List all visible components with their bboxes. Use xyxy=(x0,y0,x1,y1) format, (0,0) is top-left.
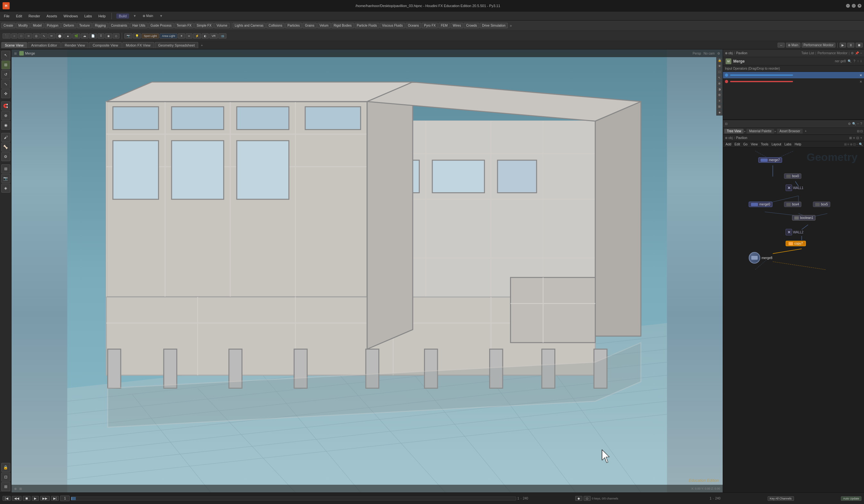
node-copy7[interactable]: copy7 xyxy=(785,241,806,246)
transport-stop[interactable]: ⏹ xyxy=(23,496,31,501)
tool-soft[interactable]: ◉ xyxy=(1,121,10,130)
toolbar-particle-fluids[interactable]: Particle Fluids xyxy=(355,23,379,28)
tool-handle[interactable]: ✜ xyxy=(1,89,10,98)
transport-prev[interactable]: ◀◀ xyxy=(12,496,22,501)
params-perf-monitor[interactable]: Performance Monitor xyxy=(817,51,847,55)
vp-icon-snap[interactable]: ⊕ xyxy=(717,81,722,86)
transport-next[interactable]: ▶▶ xyxy=(40,496,50,501)
viewport-settings-icon[interactable]: ⚙ xyxy=(717,52,720,55)
ng-tool-tools[interactable]: Tools xyxy=(760,143,770,146)
tool-infinite-light[interactable]: ∞ xyxy=(185,33,192,38)
ng-tool-edit[interactable]: Edit xyxy=(733,143,741,146)
vp-icon-util3[interactable]: ⊞ xyxy=(717,104,722,109)
tool-view-options[interactable]: ◈ xyxy=(1,184,10,193)
toolbar-particles[interactable]: Particles xyxy=(285,23,302,28)
ng-collapse[interactable]: ⊟ xyxy=(725,122,728,125)
tool-camera[interactable]: 📷 xyxy=(124,33,132,38)
merge-search-icon[interactable]: 🔍 xyxy=(848,59,851,63)
maximize-button[interactable]: □ xyxy=(852,4,856,8)
node-canvas[interactable]: Geometry xyxy=(723,148,864,492)
toolbar-simple-fx[interactable]: Simple FX xyxy=(194,23,214,28)
build-dropdown[interactable]: ▼ xyxy=(133,14,136,18)
tab-render-view[interactable]: Render View xyxy=(61,42,89,48)
tool-tube[interactable]: ⊃ xyxy=(25,33,32,38)
tool-scale[interactable]: ⤡ xyxy=(1,79,10,89)
tool-grid[interactable]: ⊞ xyxy=(1,164,10,173)
keyframe-add[interactable]: ◆ xyxy=(575,496,582,501)
menu-labs[interactable]: Labs xyxy=(83,13,93,19)
toolbar-rigid-bodies[interactable]: Rigid Bodies xyxy=(332,23,354,28)
range-end[interactable]: 240 xyxy=(715,496,720,500)
timeline-track[interactable] xyxy=(71,496,516,501)
tool-ambient-light[interactable]: ◐ xyxy=(202,33,209,38)
params-collapse[interactable]: − xyxy=(860,51,862,55)
tool-camera2[interactable]: 📹 xyxy=(218,33,226,38)
tool-point-light[interactable]: 💡 xyxy=(133,33,141,38)
toolbar-rigging[interactable]: Rigging xyxy=(93,23,108,28)
menu-help[interactable]: Help xyxy=(97,13,107,19)
minimize-button[interactable]: − xyxy=(846,4,850,8)
tool-mountain[interactable]: ⛰ xyxy=(81,33,88,38)
node-box0[interactable]: box0 xyxy=(784,173,801,179)
toolbar-velum[interactable]: Velum xyxy=(317,23,331,28)
tool-ik[interactable]: ⚙ xyxy=(1,152,10,161)
ng-display-opts[interactable]: ≡ xyxy=(847,143,849,146)
tab-composite-view[interactable]: Composite View xyxy=(89,42,121,48)
tool-light[interactable]: ☀ xyxy=(178,33,185,38)
ng-tool-labs[interactable]: Labs xyxy=(783,143,793,146)
merge-pin2[interactable]: ? xyxy=(853,59,855,63)
rtb-pause[interactable]: ⏸ xyxy=(847,43,854,48)
tool-zoom-fit[interactable]: ⊡ xyxy=(1,472,10,481)
tab-add[interactable]: + xyxy=(199,42,205,48)
toolbar-texture[interactable]: Texture xyxy=(77,23,92,28)
tab-geometry-spreadsheet[interactable]: Geometry Spreadsheet xyxy=(155,42,199,48)
toolbar-oceans[interactable]: Oceans xyxy=(406,23,421,28)
node-graph-panel[interactable]: ⊟ ⚙ 🔍 − ? Tree View ▸ Material Palette ▸… xyxy=(723,120,864,492)
node-wall1[interactable]: ✕ WALL1 xyxy=(785,185,803,191)
tool-view-all[interactable]: ⊞ xyxy=(1,482,10,491)
toolbar-grains[interactable]: Grains xyxy=(302,23,316,28)
toolbar-drive-simulation[interactable]: Drive Simulation xyxy=(480,23,508,28)
node-wall2[interactable]: ✕ WALL2 xyxy=(785,229,803,235)
ng-list-icon[interactable]: ≡ xyxy=(853,136,855,140)
merge-help[interactable]: ↑ xyxy=(857,59,859,63)
ng-tab-asset-browser[interactable]: Asset Browser xyxy=(777,129,803,134)
tool-spot-light[interactable]: Spot Light xyxy=(142,33,159,38)
vp-icon-shading[interactable]: ◑ xyxy=(717,87,722,92)
ng-tool-add[interactable]: Add xyxy=(724,143,733,146)
build-button[interactable]: Build xyxy=(116,13,129,19)
rtb-renderer[interactable]: ⊕ Main xyxy=(786,43,800,48)
menu-windows[interactable]: Windows xyxy=(62,13,79,19)
ng-tool-go[interactable]: Go xyxy=(742,143,749,146)
toolbar-crowds[interactable]: Crowds xyxy=(464,23,479,28)
tab-animation-editor[interactable]: Animation Editor xyxy=(28,42,61,48)
tool-file[interactable]: 📄 xyxy=(89,33,97,38)
ng-search2[interactable]: 🔍 xyxy=(859,143,863,146)
toolbar-lights-cameras[interactable]: Lights and Cameras xyxy=(232,23,266,28)
tool-quick-shapes[interactable]: ◇ xyxy=(113,33,119,38)
menu-edit[interactable]: Edit xyxy=(15,13,23,19)
menu-render[interactable]: Render xyxy=(27,13,41,19)
node-merge7[interactable]: merge7 xyxy=(758,157,782,163)
vp-icon-lock[interactable]: 🔒 xyxy=(717,58,722,63)
ng-info[interactable]: ? xyxy=(860,122,862,125)
tool-rotate[interactable]: ↺ xyxy=(1,70,10,79)
tab-motion-fx-view[interactable]: Motion FX View xyxy=(122,42,154,48)
vp-icon-sel[interactable]: ↖ xyxy=(717,75,722,80)
ng-tool-layout[interactable]: Layout xyxy=(770,143,782,146)
merge-info[interactable]: i xyxy=(861,59,862,63)
transport-end[interactable]: ▶| xyxy=(51,496,59,501)
tool-curve-bezier[interactable]: ∿ xyxy=(40,33,48,38)
op-copy7-delete[interactable]: ✕ xyxy=(860,80,862,84)
toolbar-create[interactable]: Create xyxy=(1,23,15,28)
toolbar-polygon[interactable]: Polygon xyxy=(45,23,61,28)
viewport-cam-label[interactable]: No cam xyxy=(704,52,715,55)
op-merge3[interactable]: ✕ xyxy=(723,72,864,78)
ng-settings-icon[interactable]: ⚙ xyxy=(848,122,851,125)
viewport-3d[interactable]: ⊞ Merge Persp No cam ⚙ xyxy=(12,49,723,492)
node-box4[interactable]: box4 xyxy=(784,201,801,207)
ng-zoom-in[interactable]: + xyxy=(860,136,862,140)
params-take-list[interactable]: Take List xyxy=(801,51,814,55)
toolbar-model[interactable]: Model xyxy=(31,23,44,28)
ng-minimize[interactable]: − xyxy=(856,143,858,146)
